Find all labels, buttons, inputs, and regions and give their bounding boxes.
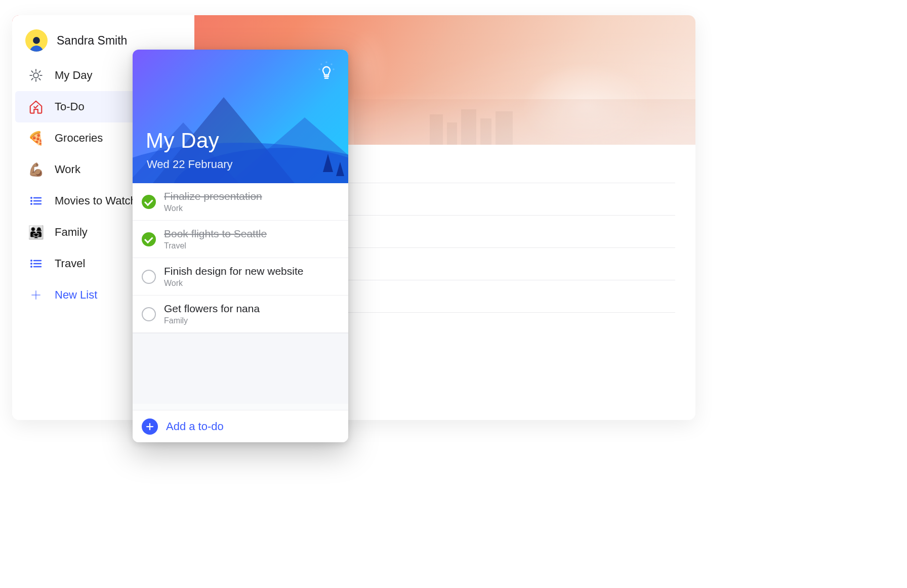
task-title: Finish design for new website: [164, 265, 303, 277]
myday-hero: My Day Wed 22 February: [133, 50, 348, 183]
list-icon: [27, 259, 45, 269]
arm-emoji: 💪🏽: [27, 162, 45, 178]
task-title: Book flights to Seattle: [164, 228, 267, 240]
plus-circle-icon: [142, 418, 158, 435]
task-list: Finalize presentation Work Book flights …: [133, 183, 348, 333]
svg-line-7: [39, 78, 40, 80]
svg-point-10: [30, 197, 32, 199]
sidebar-item-label: Groceries: [55, 132, 103, 145]
task-list-name: Family: [164, 316, 260, 325]
profile-name: Sandra Smith: [57, 34, 127, 48]
task-list-name: Work: [164, 204, 262, 213]
task-row[interactable]: Book flights to Seattle Travel: [133, 221, 348, 258]
sidebar-item-label: Work: [55, 163, 80, 176]
task-list-name: Travel: [164, 241, 267, 250]
svg-point-16: [30, 260, 32, 262]
lightbulb-icon: [316, 60, 337, 82]
add-todo-label: Add a to-do: [166, 420, 224, 433]
task-checkbox[interactable]: [142, 232, 156, 246]
svg-point-0: [33, 37, 40, 44]
suggestions-button[interactable]: [315, 60, 338, 83]
sidebar-item-label: Movies to Watch: [55, 194, 137, 207]
svg-point-11: [30, 200, 32, 202]
add-todo-button[interactable]: Add a to-do: [133, 410, 348, 442]
svg-line-9: [31, 78, 33, 80]
task-checkbox[interactable]: [142, 195, 156, 209]
new-list-label: New List: [55, 288, 97, 302]
task-checkbox[interactable]: [142, 307, 156, 321]
svg-line-8: [39, 71, 40, 72]
task-title: Finalize presentation: [164, 190, 262, 202]
family-emoji: 👨‍👩‍👧: [27, 225, 45, 240]
sun-icon: [27, 68, 45, 82]
task-row[interactable]: Get flowers for nana Family: [133, 296, 348, 333]
svg-point-17: [30, 263, 32, 265]
avatar: [25, 29, 48, 52]
task-row[interactable]: Finalize presentation Work: [133, 183, 348, 221]
pizza-emoji: 🍕: [27, 131, 45, 146]
task-row[interactable]: Finish design for new website Work: [133, 258, 348, 296]
sidebar-item-label: Travel: [55, 257, 85, 270]
home-check-icon: [27, 99, 45, 114]
task-title: Get flowers for nana: [164, 303, 260, 315]
svg-line-6: [31, 71, 33, 72]
svg-point-12: [30, 203, 32, 205]
myday-date: Wed 22 February: [147, 158, 233, 171]
task-checkbox[interactable]: [142, 270, 156, 284]
myday-card: My Day Wed 22 February: [133, 50, 348, 442]
sidebar-item-label: To-Do: [55, 100, 85, 113]
svg-point-1: [33, 73, 38, 78]
list-icon: [27, 196, 45, 206]
plus-icon: [27, 288, 45, 302]
app-window: o practice r new clients at the garage e…: [12, 15, 695, 420]
myday-title: My Day: [146, 129, 219, 153]
sidebar-item-label: Family: [55, 226, 88, 239]
task-list-empty-area: [133, 333, 348, 404]
svg-point-18: [30, 266, 32, 268]
sidebar-item-label: My Day: [55, 69, 93, 82]
task-list-name: Work: [164, 279, 303, 288]
